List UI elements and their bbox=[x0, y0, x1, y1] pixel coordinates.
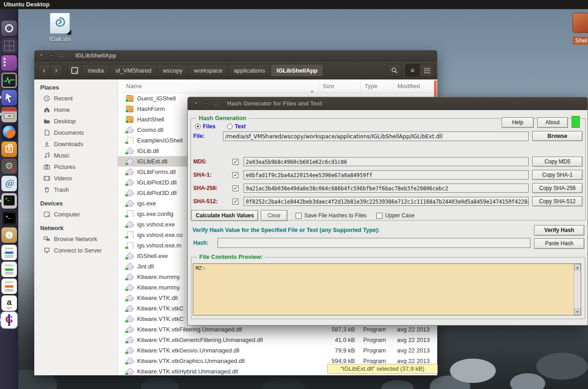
sidebar-item-downloads[interactable]: Downloads bbox=[34, 138, 117, 150]
drive-icon bbox=[71, 67, 78, 74]
file-type-icon bbox=[126, 232, 133, 238]
scroll-up-icon[interactable]: ▲ bbox=[574, 264, 581, 270]
hash-enabled-checkbox[interactable] bbox=[233, 185, 238, 191]
terminal-icon[interactable]: >_ bbox=[1, 193, 17, 209]
libreoffice-calc-icon[interactable] bbox=[1, 262, 17, 277]
sidebar-item-desktop[interactable]: Desktop bbox=[34, 116, 117, 127]
software-center-icon[interactable]: A bbox=[1, 142, 17, 157]
minimize-icon[interactable]: ─ bbox=[202, 100, 209, 107]
column-header-modified[interactable]: Modified bbox=[393, 79, 437, 93]
software-updater-icon[interactable]: ↓ bbox=[1, 227, 17, 243]
paste-hash-button[interactable]: Paste Hash bbox=[534, 238, 584, 249]
column-header-type[interactable]: Type bbox=[360, 79, 393, 93]
terminal-dark-icon[interactable]: >_ bbox=[1, 210, 17, 226]
ubuntu-dash-icon[interactable] bbox=[1, 21, 17, 36]
grid-view-button[interactable] bbox=[420, 64, 434, 77]
breadcrumb-wscopy[interactable]: wscopy bbox=[157, 64, 188, 77]
sidebar-item-computer[interactable]: Computer bbox=[34, 209, 117, 220]
calculate-hash-values-button[interactable]: Calculate Hash Values bbox=[191, 210, 258, 221]
purple-app-icon[interactable] bbox=[1, 55, 17, 71]
file-size: 41,0 kB bbox=[318, 336, 360, 343]
minimize-icon[interactable]: ─ bbox=[48, 52, 55, 59]
upper-case-checkbox[interactable] bbox=[376, 213, 382, 219]
back-button[interactable]: ‹ bbox=[38, 64, 50, 77]
hash-algorithm-label: SHA-512: bbox=[193, 198, 233, 205]
sidebar-item-home[interactable]: Home bbox=[34, 104, 117, 116]
hash-enabled-checkbox[interactable] bbox=[233, 159, 238, 165]
maximize-icon[interactable]: ▢ bbox=[212, 100, 219, 107]
maximize-icon[interactable]: ▢ bbox=[58, 52, 65, 59]
files-radio[interactable]: Files bbox=[195, 122, 215, 130]
forward-button[interactable]: › bbox=[50, 64, 63, 77]
copy-hash-button[interactable]: Copy MD5 bbox=[532, 157, 583, 167]
firefox-icon[interactable] bbox=[1, 124, 17, 140]
clear-button[interactable]: Clear bbox=[261, 210, 287, 221]
text-radio[interactable]: Text bbox=[227, 122, 246, 130]
preview-content: MZ␀ bbox=[196, 265, 206, 271]
libreoffice-impress-icon[interactable] bbox=[1, 279, 17, 294]
sidebar-item-trash[interactable]: Trash bbox=[34, 184, 117, 195]
hash-input-field[interactable] bbox=[217, 238, 530, 248]
drive-breadcrumb-button[interactable] bbox=[67, 64, 82, 77]
sidebar-item-videos[interactable]: Videos bbox=[34, 173, 117, 184]
sidebar-item-browse-network[interactable]: Browse Network bbox=[34, 233, 117, 245]
hash-row: MD5: 2e03ea5b9b8c4960cb601e62c6cd1c86 Co… bbox=[193, 157, 583, 167]
hash-value-field[interactable]: 2e03ea5b9b8c4960cb601e62c6cd1c86 bbox=[244, 157, 529, 166]
sidebar-item-recent[interactable]: Recent bbox=[34, 93, 117, 104]
copy-hash-button[interactable]: Copy SHA-512 bbox=[532, 196, 583, 206]
scroll-down-icon[interactable]: ▼ bbox=[574, 309, 581, 315]
files-radio-icon[interactable] bbox=[195, 124, 201, 129]
save-hashes-checkbox[interactable] bbox=[296, 213, 302, 219]
home-icon bbox=[43, 106, 50, 113]
breadcrumb-iglibshellapp[interactable]: IGLibShellApp bbox=[271, 64, 323, 77]
close-icon[interactable]: ✕ bbox=[192, 100, 199, 107]
close-icon[interactable]: ✕ bbox=[38, 52, 45, 59]
sidebar-item-connect-to-server[interactable]: Connect to Server bbox=[34, 245, 117, 256]
workspace-switcher-icon[interactable] bbox=[1, 38, 17, 53]
file-row[interactable]: Kitware.VTK.vtkFiltering.Unmanaged.dll 5… bbox=[118, 324, 437, 335]
amazon-icon[interactable]: a bbox=[1, 295, 17, 311]
server-icon bbox=[43, 247, 50, 254]
hash-value-field[interactable]: 9a21ac3b4b038e49da8e38c064c686b4fc596bfb… bbox=[244, 184, 529, 193]
list-view-button[interactable]: ≡ bbox=[405, 64, 420, 77]
sidebar-item-music[interactable]: Music bbox=[34, 150, 117, 161]
browse-button[interactable]: Browse bbox=[532, 131, 583, 141]
desktop-folder-icon bbox=[43, 118, 50, 125]
file-archiver-icon[interactable] bbox=[1, 107, 17, 122]
file-path-field[interactable]: /media/sf_VMShared/wscopy/workspace/appl… bbox=[223, 131, 529, 141]
dialog-titlebar[interactable]: ✕ ─ ▢ Hash Generator for Files and Text bbox=[188, 97, 588, 110]
preview-scrollbar[interactable]: ▲ ▼ bbox=[574, 264, 581, 315]
file-modified: avg 22 2013 bbox=[393, 357, 437, 364]
sidebar-item-documents[interactable]: Documents bbox=[34, 127, 117, 138]
hash-value-field[interactable]: e6bfad1f9c2ba4a220154ee5396e67a0a84959ff bbox=[244, 170, 529, 179]
text-radio-icon[interactable] bbox=[227, 124, 233, 129]
system-monitor-icon[interactable] bbox=[1, 73, 17, 88]
column-header-name[interactable]: Name▲ bbox=[118, 79, 318, 93]
desktop-icon-igall[interactable]: IGall.sln bbox=[45, 13, 74, 42]
search-button[interactable] bbox=[387, 64, 402, 77]
fm-titlebar[interactable]: ✕ ─ ▢ IGLibShellApp bbox=[34, 50, 437, 61]
hash-value-field[interactable]: 0f8252c2ba4c1e8442beb3daec4f2d12b81e39c2… bbox=[244, 197, 529, 206]
column-header-size[interactable]: Size bbox=[318, 79, 360, 93]
file-contents-preview[interactable]: MZ␀ ▲ ▼ bbox=[193, 263, 581, 315]
verify-hash-button[interactable]: Verify Hash bbox=[534, 225, 584, 236]
breadcrumb-media[interactable]: media bbox=[82, 64, 110, 77]
hash-enabled-checkbox[interactable] bbox=[233, 172, 238, 178]
remote-desktop-icon[interactable] bbox=[1, 90, 17, 105]
file-row[interactable]: Kitware.VTK.vtkGenericFiltering.Unmanage… bbox=[118, 335, 437, 345]
breadcrumb-applications[interactable]: applications bbox=[228, 64, 271, 77]
iglib-app-icon[interactable]: G bbox=[1, 312, 17, 328]
help-button[interactable]: Help bbox=[502, 117, 534, 128]
libreoffice-writer-icon[interactable] bbox=[1, 245, 17, 260]
copy-hash-button[interactable]: Copy SHA-256 bbox=[532, 183, 583, 193]
breadcrumb-sf-vmshared[interactable]: sf_VMShared bbox=[110, 64, 157, 77]
iglib-swirl-icon[interactable]: @ bbox=[1, 176, 17, 191]
breadcrumb-workspace[interactable]: workspace bbox=[189, 64, 228, 77]
copy-hash-button[interactable]: Copy SHA-1 bbox=[532, 170, 583, 180]
sidebar-item-pictures[interactable]: Pictures bbox=[34, 161, 117, 173]
about-button[interactable]: About bbox=[537, 117, 568, 128]
hash-enabled-checkbox[interactable] bbox=[233, 199, 238, 205]
desktop-icon-edge[interactable]: Shel bbox=[572, 13, 588, 45]
system-settings-icon[interactable]: ⚙ bbox=[1, 158, 17, 174]
file-row[interactable]: Kitware.VTK.vtkGeovis.Unmanaged.dll 79,9… bbox=[118, 345, 437, 356]
